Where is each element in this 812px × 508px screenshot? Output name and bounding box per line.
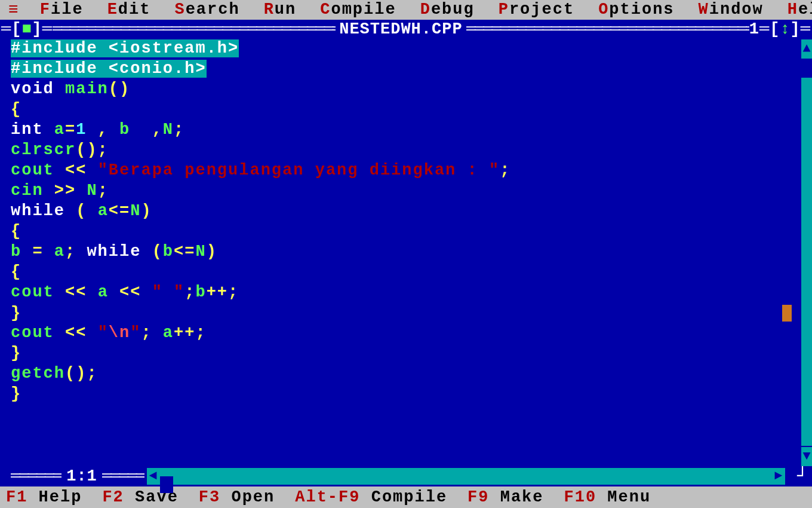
vscroll-track[interactable] — [801, 60, 812, 446]
cursor-position: 1:1 — [61, 469, 102, 485]
status-help[interactable]: F1 Help — [6, 489, 82, 506]
system-menu-icon[interactable]: ≡ — [8, 2, 19, 19]
code-line[interactable]: while ( a<=N) — [11, 203, 801, 224]
menu-help[interactable]: Help — [788, 2, 812, 18]
menu-debug[interactable]: Debug — [420, 2, 475, 18]
horizontal-scrollbar[interactable]: ◄ ► — [147, 468, 785, 485]
scroll-up-icon[interactable]: ▲ — [801, 39, 812, 59]
code-line[interactable]: { — [11, 224, 801, 244]
code-line[interactable]: clrscr(); — [11, 142, 801, 163]
resize-corner-icon[interactable]: ┘ — [797, 467, 812, 485]
status-open[interactable]: F3 Open — [199, 489, 275, 506]
code-line[interactable]: cout << "Berapa pengulangan yang diingka… — [11, 163, 801, 183]
code-line[interactable]: } — [11, 386, 801, 406]
status-compile[interactable]: Alt-F9 Compile — [295, 489, 447, 506]
vertical-scrollbar[interactable]: ▲ ▼ — [801, 39, 812, 466]
status-make[interactable]: F9 Make — [467, 489, 543, 506]
status-menu[interactable]: F10 Menu — [564, 489, 651, 506]
titlebar-dashes-right: ════════════════════════════════════════… — [466, 22, 749, 38]
code-line[interactable]: cout << "\n"; a++; — [11, 325, 801, 345]
menu-file[interactable]: File — [40, 2, 84, 18]
scroll-down-icon[interactable]: ▼ — [801, 447, 812, 466]
titlebar-dashes-left: ════════════════════════════════════════… — [53, 22, 336, 38]
hscroll-thumb[interactable] — [160, 476, 173, 493]
menu-edit[interactable]: Edit — [107, 2, 151, 18]
menu-window[interactable]: Window — [699, 2, 764, 18]
code-line[interactable]: b = a; while (b<=N) — [11, 244, 801, 264]
code-line[interactable]: #include <conio.h> — [11, 61, 801, 81]
pos-dashes-mid: ═════ — [102, 469, 144, 485]
code-line[interactable]: } — [11, 305, 801, 325]
code-line[interactable]: cout << a << " ";b++; — [11, 284, 801, 305]
code-line[interactable]: { — [11, 102, 801, 122]
zoom-button[interactable]: 1═[↕]═ — [749, 22, 811, 38]
code-line[interactable]: { — [11, 264, 801, 284]
menu-compile[interactable]: Compile — [320, 2, 396, 18]
statusbar: F1 Help F2 Save F3 Open Alt-F9 Compile F… — [0, 486, 812, 508]
code-line[interactable]: getch(); — [11, 366, 801, 386]
code-editor[interactable]: #include <iostream.h>#include <conio.h>v… — [11, 39, 801, 466]
window-titlebar: ═[■]═ ══════════════════════════════════… — [0, 20, 812, 39]
code-line[interactable]: void main() — [11, 81, 801, 102]
window-title: NESTEDWH.CPP — [336, 22, 466, 38]
menu-options[interactable]: Options — [598, 2, 674, 18]
code-line[interactable]: } — [11, 345, 801, 366]
bottom-border: ══════ 1:1 ═════ ◄ ► ┘ — [0, 466, 812, 486]
scroll-left-icon[interactable]: ◄ — [147, 470, 160, 483]
menu-search[interactable]: Search — [174, 2, 239, 18]
vscroll-thumb[interactable] — [801, 60, 812, 78]
text-caret — [782, 305, 792, 322]
code-line[interactable]: cin >> N; — [11, 183, 801, 203]
menu-project[interactable]: Project — [499, 2, 574, 18]
left-border — [0, 39, 11, 466]
menu-run[interactable]: Run — [264, 2, 297, 18]
scroll-right-icon[interactable]: ► — [772, 470, 785, 483]
code-line[interactable]: int a=1 , b ,N; — [11, 122, 801, 142]
pos-dashes-left: ══════ — [11, 469, 61, 485]
menubar: ≡ File Edit Search Run Compile Debug Pro… — [0, 0, 812, 20]
close-button[interactable]: ═[■]═ — [1, 22, 53, 38]
code-line[interactable]: #include <iostream.h> — [11, 41, 801, 61]
